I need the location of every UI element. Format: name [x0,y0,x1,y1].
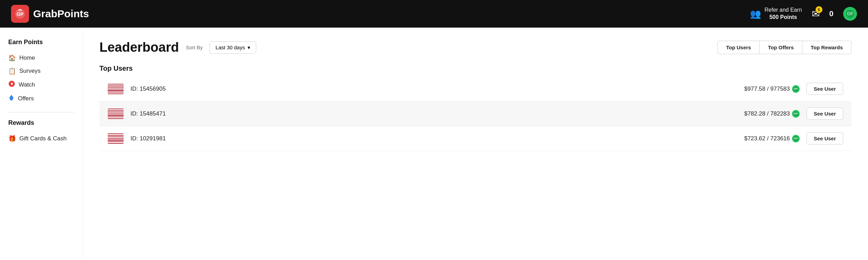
header: GP GrabPoints 👥 Refer and Earn 500 Point… [0,0,868,28]
sidebar-item-label-home: Home [19,54,35,61]
home-icon: 🏠 [8,54,16,62]
table-row: ★★★★★★★★★ ID: 10291981 $723.62 / 723616 … [99,126,851,151]
sidebar-item-label-surveys: Surveys [19,68,40,74]
sidebar-item-home[interactable]: 🏠 Home [8,51,74,64]
main-content: Leaderboard Sort By Last 30 days ▾ Top U… [83,28,868,260]
header-logo-area: GP GrabPoints [11,5,89,23]
sort-dropdown[interactable]: Last 30 days ▾ [210,41,256,54]
sort-by-label: Sort By [186,44,203,50]
earn-points-title: Earn Points [8,39,74,46]
user-right: $782.28 / 782283 GP See User [744,108,843,120]
user-left: ★★★★★★★★★ ID: 15485471 [108,109,166,119]
avatar-icon: GP [846,10,854,18]
svg-text:GP: GP [17,11,23,17]
table-row: ★★★★★★★★★ ID: 15485471 $782.28 / 782283 … [99,101,851,126]
sort-value: Last 30 days [215,44,245,50]
user-score-2: $782.28 / 782283 GP [744,110,799,118]
tab-top-rewards[interactable]: Top Rewards [802,41,851,54]
giftcards-icon: 🎁 [8,135,16,142]
see-user-button-2[interactable]: See User [807,108,843,120]
avatar[interactable]: GP [843,7,857,21]
flag-icon: ★★★★★★★★★ [108,133,124,144]
logo-icon: GP [11,5,29,23]
sidebar-divider [8,112,74,112]
sidebar-item-watch[interactable]: Watch [8,78,74,92]
user-id-1: ID: 15456905 [131,86,166,92]
sidebar-item-offers[interactable]: Offers [8,92,74,105]
tab-top-offers[interactable]: Top Offers [760,41,802,54]
leaderboard-title: Leaderboard [99,40,179,55]
sidebar-item-label-watch: Watch [19,81,35,88]
header-actions: 👥 Refer and Earn 500 Points ✉ 5 0 GP [750,7,857,21]
mail-badge: 5 [816,6,822,13]
user-score-1: $977.58 / 977583 GP [744,85,799,93]
user-left: ★★★★★★★★★ ID: 15456905 [108,84,166,94]
gp-coin-icon: GP [792,135,800,142]
offers-icon [8,94,15,102]
sidebar-item-label-giftcards: Gift Cards & Cash [19,135,67,142]
users-icon: 👥 [750,9,761,19]
user-left: ★★★★★★★★★ ID: 10291981 [108,133,166,144]
user-id-3: ID: 10291981 [131,135,166,142]
rewards-title: Rewards [8,119,74,127]
tab-buttons: Top Users Top Offers Top Rewards [717,41,851,54]
points-count: 0 [829,9,833,18]
user-right: $723.62 / 723616 GP See User [744,132,843,144]
table-row: ★★★★★★★★★ ID: 15456905 $977.58 / 977583 … [99,77,851,101]
gp-coin-icon: GP [792,85,800,93]
sidebar-item-label-offers: Offers [18,95,34,102]
flag-icon: ★★★★★★★★★ [108,84,124,94]
leaderboard-header: Leaderboard Sort By Last 30 days ▾ Top U… [99,40,851,55]
user-id-2: ID: 15485471 [131,110,166,117]
user-right: $977.58 / 977583 GP See User [744,83,843,95]
main-layout: Earn Points 🏠 Home 📋 Surveys Watch [0,28,868,260]
user-score-3: $723.62 / 723616 GP [744,135,799,142]
sidebar-item-giftcards[interactable]: 🎁 Gift Cards & Cash [8,132,74,145]
refer-text: Refer and Earn 500 Points [764,7,802,21]
sidebar-item-surveys[interactable]: 📋 Surveys [8,64,74,78]
sidebar: Earn Points 🏠 Home 📋 Surveys Watch [0,28,83,260]
gp-coin-icon: GP [792,110,800,118]
leaderboard-title-row: Leaderboard Sort By Last 30 days ▾ [99,40,256,55]
surveys-icon: 📋 [8,67,16,75]
tab-top-users[interactable]: Top Users [718,41,760,54]
flag-icon: ★★★★★★★★★ [108,109,124,119]
section-title: Top Users [99,64,851,72]
logo-text: GrabPoints [33,8,89,20]
see-user-button-1[interactable]: See User [807,83,843,95]
mail-button[interactable]: ✉ 5 [812,8,820,20]
chevron-down-icon: ▾ [248,44,250,51]
refer-block[interactable]: 👥 Refer and Earn 500 Points [750,7,802,21]
see-user-button-3[interactable]: See User [807,132,843,144]
watch-icon [8,80,15,89]
